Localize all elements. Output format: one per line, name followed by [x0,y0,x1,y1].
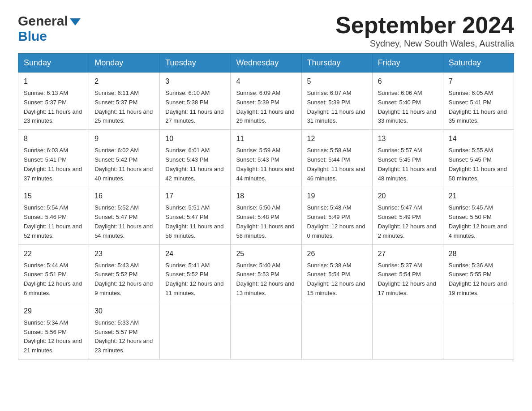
daylight-label: Daylight: 12 hours and 15 minutes. [307,280,365,296]
day-info: Sunrise: 5:45 AM Sunset: 5:50 PM Dayligh… [449,203,508,240]
day-number: 12 [307,133,367,144]
day-of-week-header: Wednesday [231,54,301,73]
logo-general: General [18,13,68,29]
daylight-label: Daylight: 11 hours and 27 minutes. [165,108,223,124]
sunset-label: Sunset: 5:47 PM [94,214,137,220]
day-info: Sunrise: 5:41 AM Sunset: 5:52 PM Dayligh… [165,261,225,298]
sunrise-label: Sunrise: 5:41 AM [165,262,210,269]
sunrise-label: Sunrise: 5:44 AM [24,262,68,269]
daylight-label: Daylight: 11 hours and 44 minutes. [236,166,294,182]
daylight-label: Daylight: 11 hours and 52 minutes. [24,223,82,239]
calendar-cell: 16 Sunrise: 5:52 AM Sunset: 5:47 PM Dayl… [89,187,160,244]
day-number: 5 [307,76,367,87]
sunrise-label: Sunrise: 6:10 AM [165,90,210,96]
sunset-label: Sunset: 5:52 PM [94,271,137,278]
sunset-label: Sunset: 5:38 PM [165,99,208,106]
day-info: Sunrise: 6:11 AM Sunset: 5:37 PM Dayligh… [94,89,154,126]
day-info: Sunrise: 6:09 AM Sunset: 5:39 PM Dayligh… [236,89,296,126]
day-number: 25 [236,248,296,259]
calendar-cell: 13 Sunrise: 5:57 AM Sunset: 5:45 PM Dayl… [372,130,443,187]
daylight-label: Daylight: 12 hours and 23 minutes. [94,338,153,354]
daylight-label: Daylight: 11 hours and 48 minutes. [378,166,436,182]
daylight-label: Daylight: 11 hours and 58 minutes. [236,223,294,239]
day-info: Sunrise: 5:36 AM Sunset: 5:55 PM Dayligh… [449,261,508,298]
sunrise-label: Sunrise: 5:34 AM [24,319,68,326]
logo-blue: Blue [18,29,47,44]
daylight-label: Daylight: 11 hours and 42 minutes. [165,166,223,182]
sunrise-label: Sunrise: 5:38 AM [307,262,352,269]
day-number: 15 [24,191,83,201]
sunset-label: Sunset: 5:43 PM [236,156,279,163]
calendar-cell: 23 Sunrise: 5:43 AM Sunset: 5:52 PM Dayl… [89,244,160,302]
calendar-cell: 18 Sunrise: 5:50 AM Sunset: 5:48 PM Dayl… [231,187,301,244]
sunrise-label: Sunrise: 5:51 AM [165,204,210,211]
sunset-label: Sunset: 5:55 PM [449,271,492,278]
day-number: 7 [449,76,508,87]
day-info: Sunrise: 5:43 AM Sunset: 5:52 PM Dayligh… [94,261,154,298]
sunrise-label: Sunrise: 5:55 AM [449,147,493,154]
sunset-label: Sunset: 5:50 PM [449,214,492,220]
calendar-week-row: 29 Sunrise: 5:34 AM Sunset: 5:56 PM Dayl… [18,302,514,359]
sunset-label: Sunset: 5:41 PM [449,99,492,106]
sunrise-label: Sunrise: 5:58 AM [307,147,352,154]
calendar-cell: 11 Sunrise: 5:59 AM Sunset: 5:43 PM Dayl… [231,130,301,187]
day-of-week-header: Friday [372,54,443,73]
calendar-cell [231,302,301,359]
day-info: Sunrise: 6:07 AM Sunset: 5:39 PM Dayligh… [307,89,367,126]
sunset-label: Sunset: 5:37 PM [24,99,67,106]
calendar-cell: 20 Sunrise: 5:47 AM Sunset: 5:49 PM Dayl… [372,187,443,244]
calendar-cell: 4 Sunrise: 6:09 AM Sunset: 5:39 PM Dayli… [231,73,301,130]
day-number: 18 [236,191,296,201]
sunrise-label: Sunrise: 5:50 AM [236,204,280,211]
day-info: Sunrise: 5:48 AM Sunset: 5:49 PM Dayligh… [307,203,367,240]
daylight-label: Daylight: 11 hours and 23 minutes. [24,108,82,124]
day-info: Sunrise: 6:03 AM Sunset: 5:41 PM Dayligh… [24,146,83,183]
calendar-week-row: 8 Sunrise: 6:03 AM Sunset: 5:41 PM Dayli… [18,130,514,187]
day-number: 14 [449,133,508,144]
calendar-table: SundayMondayTuesdayWednesdayThursdayFrid… [18,53,514,360]
sunset-label: Sunset: 5:54 PM [307,271,350,278]
day-info: Sunrise: 5:38 AM Sunset: 5:54 PM Dayligh… [307,261,367,298]
day-number: 23 [94,248,154,259]
day-number: 2 [94,76,154,87]
calendar-cell: 14 Sunrise: 5:55 AM Sunset: 5:45 PM Dayl… [443,130,514,187]
calendar-cell: 19 Sunrise: 5:48 AM Sunset: 5:49 PM Dayl… [301,187,372,244]
day-info: Sunrise: 6:06 AM Sunset: 5:40 PM Dayligh… [378,89,438,126]
daylight-label: Daylight: 12 hours and 19 minutes. [449,280,507,296]
sunrise-label: Sunrise: 6:03 AM [24,147,68,154]
sunrise-label: Sunrise: 5:37 AM [378,262,422,269]
daylight-label: Daylight: 12 hours and 6 minutes. [24,280,82,296]
calendar-cell: 17 Sunrise: 5:51 AM Sunset: 5:47 PM Dayl… [160,187,231,244]
sunset-label: Sunset: 5:56 PM [24,329,67,335]
daylight-label: Daylight: 11 hours and 40 minutes. [94,166,153,182]
day-number: 22 [24,248,83,259]
sunrise-label: Sunrise: 5:36 AM [449,262,493,269]
calendar-cell: 30 Sunrise: 5:33 AM Sunset: 5:57 PM Dayl… [89,302,160,359]
sunrise-label: Sunrise: 5:52 AM [94,204,139,211]
calendar-cell [443,302,514,359]
calendar-week-row: 15 Sunrise: 5:54 AM Sunset: 5:46 PM Dayl… [18,187,514,244]
calendar-cell [301,302,372,359]
sunrise-label: Sunrise: 6:02 AM [94,147,139,154]
calendar-cell [372,302,443,359]
calendar-cell: 7 Sunrise: 6:05 AM Sunset: 5:41 PM Dayli… [443,73,514,130]
day-info: Sunrise: 6:05 AM Sunset: 5:41 PM Dayligh… [449,89,508,126]
sunset-label: Sunset: 5:46 PM [24,214,67,220]
location-subtitle: Sydney, New South Wales, Australia [335,39,514,49]
calendar-cell: 8 Sunrise: 6:03 AM Sunset: 5:41 PM Dayli… [18,130,89,187]
day-of-week-header: Monday [89,54,160,73]
day-number: 11 [236,133,296,144]
sunset-label: Sunset: 5:51 PM [24,271,67,278]
day-info: Sunrise: 5:37 AM Sunset: 5:54 PM Dayligh… [378,261,438,298]
day-number: 3 [165,76,225,87]
daylight-label: Daylight: 11 hours and 35 minutes. [449,108,507,124]
day-info: Sunrise: 5:47 AM Sunset: 5:49 PM Dayligh… [378,203,438,240]
sunset-label: Sunset: 5:52 PM [165,271,208,278]
sunrise-label: Sunrise: 6:11 AM [94,90,139,96]
day-of-week-header: Saturday [443,54,514,73]
calendar-cell: 12 Sunrise: 5:58 AM Sunset: 5:44 PM Dayl… [301,130,372,187]
sunset-label: Sunset: 5:44 PM [307,156,350,163]
day-number: 17 [165,191,225,201]
sunrise-label: Sunrise: 5:57 AM [378,147,422,154]
sunrise-label: Sunrise: 5:43 AM [94,262,139,269]
